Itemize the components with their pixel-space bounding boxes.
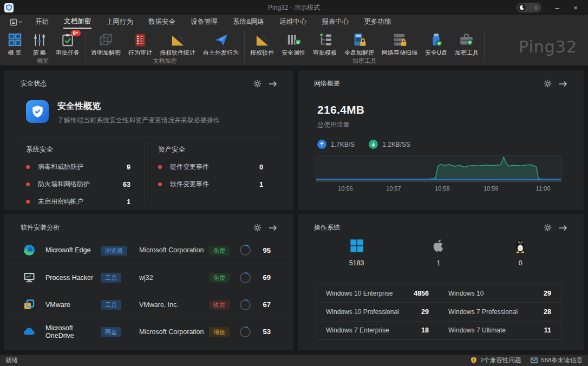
tab-home[interactable]: 开始	[28, 15, 56, 29]
tab-ops-center[interactable]: 运维中心	[272, 15, 314, 29]
total-traffic-value: 216.4MB	[317, 103, 584, 116]
ribbon-secure-usb-button[interactable]: 安全U盘	[421, 31, 451, 57]
ribbon-approval-tasks-button[interactable]: 9+ 审批任务	[52, 31, 83, 57]
list-item[interactable]: 硬件变更事件0	[158, 162, 263, 172]
software-row-processhacker[interactable]: Process Hacker 工具 wj32 免费 69	[4, 264, 293, 291]
tab-data-security[interactable]: 数据安全	[141, 15, 183, 29]
gear-icon[interactable]	[544, 80, 552, 88]
list-item[interactable]: 未启用密码帐户1	[26, 197, 130, 206]
gear-icon[interactable]	[253, 224, 262, 232]
price-badge: 收费	[209, 300, 230, 310]
alert-dot-icon	[26, 200, 30, 204]
ribbon-authorized-software-stats-button[interactable]: 授权软件统计	[156, 31, 199, 57]
ribbon-fulldisk-encrypt-button[interactable]: 全盘加解密	[341, 31, 378, 57]
edge-app-icon	[23, 244, 36, 257]
light-mode-sun-icon[interactable]	[532, 4, 540, 11]
ribbon-group-label: 概览	[2, 57, 83, 66]
score-ring	[239, 272, 251, 284]
ribbon-approval-template-button[interactable]: 审批模板	[309, 31, 341, 57]
ribbon-separator	[244, 31, 245, 62]
score-ring	[239, 244, 251, 256]
table-row[interactable]: Windows 7 Enterprise18	[316, 322, 439, 339]
table-row[interactable]: Windows 1029	[439, 284, 561, 303]
network-storage-scan-icon	[393, 31, 407, 47]
price-badge: 增值	[209, 327, 230, 337]
network-traffic-chart[interactable]	[316, 155, 561, 182]
list-item[interactable]: 防火墙和网络防护63	[26, 180, 130, 189]
onedrive-app-icon	[23, 325, 36, 338]
tab-system-network[interactable]: 系统&网络	[225, 15, 272, 29]
score: 69	[251, 273, 271, 282]
file-menu-button[interactable]	[4, 15, 28, 29]
authorized-software-icon	[255, 31, 270, 47]
brand-watermark: Ping32	[519, 37, 577, 56]
total-traffic-label: 总使用流量	[317, 120, 584, 129]
ribbon-network-storage-scan-button[interactable]: 网络存储扫描	[378, 31, 421, 57]
window-title: Ping32 - 演示模式	[0, 3, 588, 12]
score: 95	[251, 246, 271, 254]
software-row-onedrive[interactable]: Microsoft OneDrive 网盘 Microsoft Corporat…	[4, 318, 293, 345]
ribbon-behavior-audit-button[interactable]: 行为审计	[125, 31, 156, 57]
theme-toggle[interactable]	[517, 3, 541, 12]
chart-tick: 10:59	[484, 185, 499, 192]
vendor: wj32	[139, 274, 209, 282]
transparent-encrypt-icon	[99, 31, 113, 47]
ribbon-outgoing-behavior-button[interactable]: 自主外发行为	[199, 31, 243, 57]
os-linux-summary: 0	[480, 238, 561, 267]
ribbon-encrypt-tools-button[interactable]: 加密工具	[451, 31, 482, 57]
warning-shield-icon	[471, 357, 477, 364]
divider	[18, 136, 279, 136]
tab-report-center[interactable]: 报表中心	[314, 15, 356, 29]
gear-icon[interactable]	[253, 80, 262, 88]
ribbon-transparent-encrypt-button[interactable]: 透明加解密	[87, 31, 125, 57]
table-row[interactable]: Windows 7 Ultimate11	[439, 322, 561, 339]
encrypt-tools-icon	[459, 31, 474, 47]
tab-more-features[interactable]: 更多功能	[356, 15, 398, 29]
download-rate: 1.2KB/SS	[369, 140, 410, 149]
list-item[interactable]: 软件变更事件1	[158, 180, 263, 189]
dark-mode-moon-icon[interactable]	[518, 4, 526, 11]
ribbon-security-attributes-button[interactable]: 安全属性	[278, 31, 309, 57]
status-ready: 就绪	[5, 356, 18, 364]
upload-rate: 1.7KB/S	[317, 140, 355, 149]
ribbon-separator	[484, 31, 485, 62]
gear-icon[interactable]	[544, 224, 552, 232]
ribbon-policy-button[interactable]: 策 略	[27, 31, 52, 57]
table-row[interactable]: Windows 10 Enterprise4856	[316, 284, 439, 303]
approval-template-icon	[318, 31, 332, 47]
behavior-audit-icon	[134, 31, 147, 47]
category-badge: 工具	[101, 273, 121, 283]
software-analysis-panel: 软件安装分析 Microsoft Edge 浏览器 Microsoft Corp…	[4, 214, 293, 350]
chart-tick: 10:58	[435, 185, 450, 192]
tab-internet-behavior[interactable]: 上网行为	[99, 15, 141, 29]
price-badge: 免费	[209, 273, 230, 283]
panel-title: 安全状态	[21, 79, 47, 88]
minimize-button[interactable]: –	[549, 1, 565, 14]
table-row[interactable]: Windows 7 Professional28	[439, 303, 561, 321]
asset-security-heading: 资产安全	[158, 145, 263, 154]
vendor: VMware, Inc.	[139, 301, 209, 309]
arrow-right-icon[interactable]	[559, 224, 567, 232]
close-button[interactable]: ×	[567, 1, 584, 14]
arrow-right-icon[interactable]	[269, 80, 277, 88]
alert-dot-icon	[158, 165, 162, 169]
tab-document-encryption[interactable]: 文档加密	[56, 15, 99, 29]
category-badge: 浏览器	[101, 246, 127, 256]
os-version-table: Windows 10 Enterprise4856 Windows 1029 W…	[316, 284, 561, 340]
alert-dot-icon	[158, 182, 162, 186]
arrow-right-icon[interactable]	[559, 80, 567, 88]
ribbon-group-encrypt-tools: 授权软件 安全属性 审批模板 全盘加解密	[246, 29, 482, 66]
tab-device-management[interactable]: 设备管理	[183, 15, 225, 29]
apple-logo-icon	[432, 238, 446, 253]
unread-messages[interactable]: 558条未读信息	[531, 356, 583, 364]
software-row-edge[interactable]: Microsoft Edge 浏览器 Microsoft Corporation…	[4, 237, 293, 264]
compat-issues[interactable]: 2个兼容性问题	[471, 356, 521, 364]
ribbon-overview-button[interactable]: 概 览	[2, 31, 27, 57]
ribbon-group-label: 文档加密	[87, 57, 243, 66]
arrow-right-icon[interactable]	[269, 224, 277, 232]
ribbon-authorized-software-button[interactable]: 授权软件	[246, 31, 278, 57]
software-row-vmware[interactable]: VMware 工具 VMware, Inc. 收费 67	[4, 291, 293, 318]
dashboard: 安全状态 安全性概览 了解终端当前系统安全性和资产变更情况并采取必要操作 系统安…	[0, 66, 588, 355]
table-row[interactable]: Windows 10 Professional29	[316, 303, 439, 321]
list-item[interactable]: 病毒和威胁防护9	[26, 162, 130, 172]
